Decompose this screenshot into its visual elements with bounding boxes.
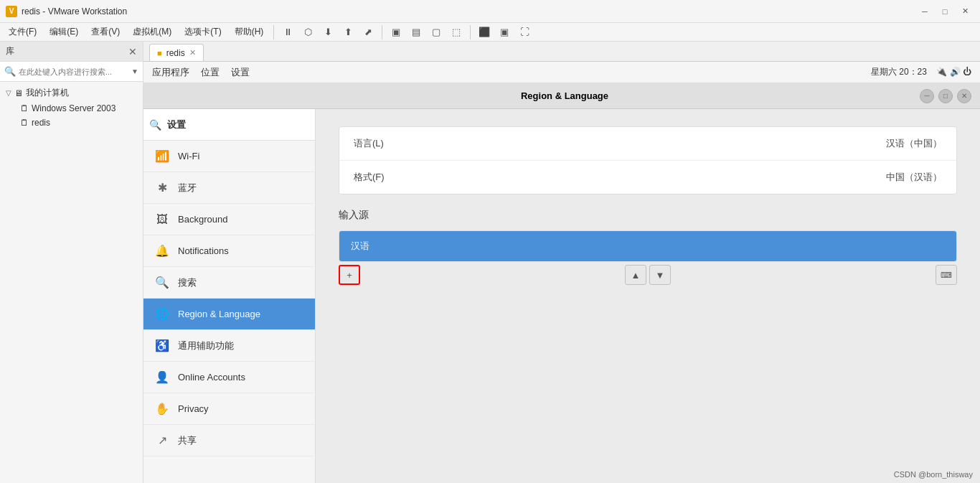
titlebar: V redis - VMware Workstation ─ □ ✕ <box>0 0 980 23</box>
tree-item-redis[interactable]: 🗒 redis <box>0 116 143 130</box>
toolbar-icon-5[interactable]: ⬈ <box>359 24 377 40</box>
topbar-settings[interactable]: 设置 <box>231 66 250 79</box>
settings-sidebar: 🔍 设置 📶 Wi-Fi ✱ 蓝牙 <box>143 109 316 483</box>
vm-icon-windows: 🗒 <box>20 103 29 113</box>
settings-titlebar-controls: ─ □ ✕ <box>920 89 971 103</box>
library-title: 库 <box>6 45 14 57</box>
close-button[interactable]: ✕ <box>956 4 974 19</box>
maximize-button[interactable]: □ <box>936 4 954 19</box>
settings-search-label: 设置 <box>167 118 186 131</box>
nav-label-privacy: Privacy <box>178 403 209 414</box>
online-accounts-icon: 👤 <box>155 370 169 384</box>
vm-tab-close-button[interactable]: ✕ <box>189 48 196 57</box>
menu-vm[interactable]: 虚拟机(M) <box>127 24 177 39</box>
toolbar-icon-10[interactable]: ⬛ <box>475 24 494 40</box>
input-source-item-chinese[interactable]: 汉语 <box>339 231 956 261</box>
menu-view[interactable]: 查看(V) <box>85 24 126 39</box>
privacy-icon: ✋ <box>155 402 169 416</box>
nav-item-bluetooth[interactable]: ✱ 蓝牙 <box>143 172 315 204</box>
add-input-source-button[interactable]: + <box>339 265 360 285</box>
vm-topbar-left: 应用程序 位置 设置 <box>152 66 250 79</box>
input-source-label: 汉语 <box>351 240 369 251</box>
nav-label-search: 搜索 <box>178 276 197 289</box>
nav-item-background[interactable]: 🖼 Background <box>143 204 315 235</box>
nav-item-wifi[interactable]: 📶 Wi-Fi <box>143 141 315 172</box>
nav-item-region-language[interactable]: 🌐 Region & Language <box>143 299 315 330</box>
language-label: 语言(L) <box>354 137 384 150</box>
library-close-button[interactable]: ✕ <box>128 46 137 57</box>
down-arrow-icon: ▼ <box>656 270 665 281</box>
nav-item-online-accounts[interactable]: 👤 Online Accounts <box>143 362 315 393</box>
toolbar-icon-11[interactable]: ▣ <box>495 24 514 40</box>
toolbar-divider-1 <box>273 25 274 39</box>
topbar-apps[interactable]: 应用程序 <box>152 66 189 79</box>
settings-search-bar[interactable]: 🔍 设置 <box>143 109 315 141</box>
format-value: 中国（汉语） <box>886 171 942 184</box>
minimize-button[interactable]: ─ <box>915 4 934 19</box>
library-search-input[interactable] <box>19 67 128 76</box>
nav-label-sharing: 共享 <box>178 434 197 447</box>
input-sources-controls: + ▲ ▼ ⌨ <box>339 265 957 285</box>
nav-label-accessibility: 通用辅助功能 <box>178 339 234 352</box>
move-down-button[interactable]: ▼ <box>649 265 671 285</box>
language-value: 汉语（中国） <box>886 137 942 150</box>
search-icon: 🔍 <box>4 66 16 77</box>
nav-label-background: Background <box>178 214 227 225</box>
vm-status-bar: 星期六 20：23 🔌 🔊 ⏻ <box>871 66 971 78</box>
toolbar-icon-3[interactable]: ⬇ <box>319 24 337 40</box>
topbar-location[interactable]: 位置 <box>201 66 220 79</box>
settings-close-button[interactable]: ✕ <box>957 89 971 103</box>
region-language-icon: 🌐 <box>155 307 169 321</box>
toolbar-icon-6[interactable]: ▣ <box>387 24 405 40</box>
tree-item-windows-server[interactable]: 🗒 Windows Server 2003 <box>0 101 143 116</box>
library-tree: ▽ 🖥 我的计算机 🗒 Windows Server 2003 🗒 redis <box>0 82 143 483</box>
settings-content: 🔍 设置 📶 Wi-Fi ✱ 蓝牙 <box>143 109 980 483</box>
nav-item-search[interactable]: 🔍 搜索 <box>143 267 315 299</box>
settings-window: Region & Language ─ □ ✕ 🔍 设置 <box>143 83 980 483</box>
toolbar-icon-9[interactable]: ⬚ <box>447 24 466 40</box>
keyboard-settings-button[interactable]: ⌨ <box>936 265 957 285</box>
nav-item-sharing[interactable]: ↗ 共享 <box>143 425 315 456</box>
nav-label-region: Region & Language <box>178 309 260 319</box>
watermark: CSDN @born_thisway <box>894 470 973 479</box>
vm-tab-label: redis <box>166 48 185 58</box>
menu-file[interactable]: 文件(F) <box>3 24 42 39</box>
toolbar-icon-8[interactable]: ▢ <box>427 24 446 40</box>
vm-tab-redis[interactable]: ■ redis ✕ <box>149 44 204 61</box>
menu-help[interactable]: 帮助(H) <box>229 24 270 39</box>
nav-item-privacy[interactable]: ✋ Privacy <box>143 393 315 425</box>
input-sources-list: 汉语 <box>339 230 957 262</box>
bluetooth-icon: ✱ <box>155 181 169 194</box>
language-row[interactable]: 语言(L) 汉语（中国） <box>339 127 956 161</box>
library-search[interactable]: 🔍 ▼ <box>0 62 143 82</box>
vm-topbar: 应用程序 位置 设置 星期六 20：23 🔌 🔊 ⏻ <box>143 62 980 83</box>
nav-item-notifications[interactable]: 🔔 Notifications <box>143 235 315 267</box>
menubar: 文件(F) 编辑(E) 查看(V) 虚拟机(M) 选项卡(T) 帮助(H) ⏸ … <box>0 23 980 42</box>
clock-display: 星期六 20：23 <box>871 67 927 77</box>
input-section-title: 输入源 <box>339 209 957 222</box>
settings-titlebar: Region & Language ─ □ ✕ <box>143 83 980 109</box>
format-row[interactable]: 格式(F) 中国（汉语） <box>339 161 956 194</box>
menu-edit[interactable]: 编辑(E) <box>44 24 84 39</box>
settings-maximize-button[interactable]: □ <box>938 89 953 103</box>
settings-minimize-button[interactable]: ─ <box>920 89 934 103</box>
menu-tabs[interactable]: 选项卡(T) <box>179 24 227 39</box>
search-dropdown-icon[interactable]: ▼ <box>131 67 138 75</box>
pause-icon[interactable]: ⏸ <box>278 24 297 40</box>
tree-root-my-computer[interactable]: ▽ 🖥 我的计算机 <box>0 85 143 101</box>
nav-label-online-accounts: Online Accounts <box>178 372 245 383</box>
settings-nav: 📶 Wi-Fi ✱ 蓝牙 🖼 Background <box>143 141 315 483</box>
toolbar-icon-12[interactable]: ⛶ <box>515 24 534 40</box>
settings-main-panel: 语言(L) 汉语（中国） 格式(F) 中国（汉语） 输入源 <box>316 109 980 483</box>
network-icon: 🔌 <box>936 67 947 77</box>
nav-item-accessibility[interactable]: ♿ 通用辅助功能 <box>143 330 315 362</box>
titlebar-title: redis - VMware Workstation <box>22 6 127 17</box>
nav-label-bluetooth: 蓝牙 <box>178 182 197 194</box>
toolbar-icon-4[interactable]: ⬆ <box>339 24 357 40</box>
nav-label-notifications: Notifications <box>178 245 229 256</box>
tree-item-label-windows: Windows Server 2003 <box>32 103 116 113</box>
toolbar-icon-7[interactable]: ▤ <box>407 24 425 40</box>
move-up-button[interactable]: ▲ <box>625 265 646 285</box>
toolbar-icon-2[interactable]: ⬡ <box>298 24 317 40</box>
library-header: 库 ✕ <box>0 42 143 62</box>
